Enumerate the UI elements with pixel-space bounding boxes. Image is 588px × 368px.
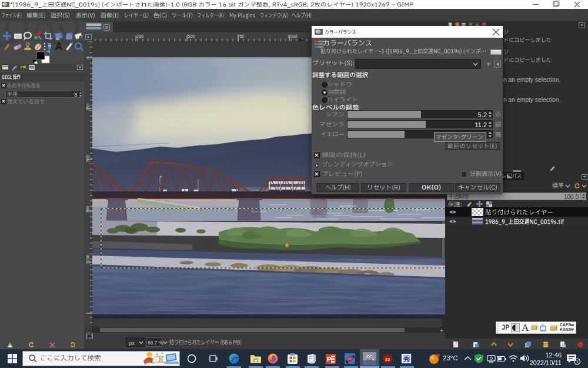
svg-text:0: 0 (85, 57, 91, 59)
svg-text:750: 750 (85, 205, 91, 213)
svg-text:1000: 1000 (85, 254, 91, 264)
svg-text:250: 250 (85, 103, 91, 111)
svg-text:1: 1 (576, 359, 579, 364)
svg-text:P: P (327, 356, 331, 363)
svg-text:32: 32 (385, 357, 390, 362)
svg-text:500: 500 (85, 154, 91, 162)
